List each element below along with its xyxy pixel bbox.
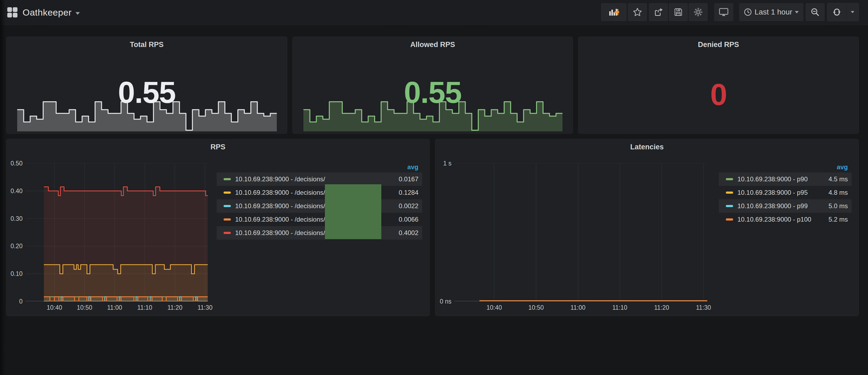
caret-down-icon [851, 11, 854, 13]
x-tick-label: 11:10 [612, 304, 627, 311]
x-tick-label: 10:40 [487, 304, 502, 311]
refresh-interval-dropdown[interactable] [846, 3, 859, 21]
x-tick-label: 11:30 [696, 304, 711, 311]
caret-down-icon [795, 11, 799, 13]
legend-header: avg [719, 162, 851, 173]
refresh-icon [832, 7, 841, 17]
legend-table: avg 10.10.69.238:9000 - p90 4.5 ms 10.10… [719, 162, 851, 226]
y-tick-label: 0.20 [6, 243, 23, 249]
navbar: Oathkeeper [0, 0, 868, 25]
y-tick-label: 0.50 [6, 160, 23, 166]
y-tick-label: 0 [6, 298, 23, 305]
legend-table: avg 10.10.69.238:9000 - /decisions/ 0.01… [217, 162, 422, 240]
panel-title[interactable]: Denied RPS [578, 40, 859, 49]
monitor-icon [719, 7, 728, 17]
share-button[interactable] [649, 3, 668, 21]
navbar-toolbar: Last 1 hour [601, 3, 859, 21]
time-picker-button[interactable]: Last 1 hour [739, 3, 803, 21]
series-area [44, 187, 208, 302]
series-color-swatch [224, 232, 231, 234]
series-color-swatch [726, 178, 733, 180]
gridlines [455, 163, 707, 302]
x-tick-label: 11:00 [570, 304, 586, 311]
zoom-out-button[interactable] [806, 3, 825, 21]
series-color-swatch [726, 218, 733, 221]
panel-denied-rps: Denied RPS 0 [578, 36, 859, 134]
legend-item[interactable]: 10.10.69.238:9000 - p90 4.5 ms [719, 173, 851, 186]
refresh-button-group [827, 3, 859, 21]
panel-title[interactable]: RPS [6, 143, 429, 151]
share-icon [654, 7, 663, 17]
legend-item[interactable]: 10.10.69.238:9000 - /decisions/ 0.1284 [217, 186, 422, 199]
panel-title[interactable]: Total RPS [6, 40, 287, 49]
legend-item[interactable]: 10.10.69.238:9000 - /decisions/ 0.0066 [217, 213, 422, 226]
dashboard-title: Oathkeeper [23, 7, 72, 18]
legend-item[interactable]: 10.10.69.238:9000 - p100 5.2 ms [719, 213, 851, 226]
stat-value: 0.55 [6, 77, 287, 108]
grid-icon [7, 7, 18, 18]
clock-icon [744, 8, 752, 16]
panel-title[interactable]: Allowed RPS [293, 40, 573, 49]
gear-icon [693, 7, 703, 17]
refresh-button[interactable] [828, 3, 846, 21]
y-axis: 00.100.200.300.400.50 [6, 163, 23, 302]
legend-item[interactable]: 10.10.69.238:9000 - /decisions/ 0.0167 [217, 173, 422, 186]
y-tick-label: 0.10 [6, 271, 23, 277]
x-tick-label: 10:50 [77, 304, 92, 311]
panel-title[interactable]: Latencies [435, 143, 859, 151]
time-range-label: Last 1 hour [754, 8, 792, 17]
add-panel-icon [609, 7, 619, 17]
x-tick-label: 11:10 [137, 304, 152, 311]
y-tick-label: 0 ns [435, 298, 452, 305]
x-tick-label: 10:50 [528, 304, 544, 311]
x-tick-label: 11:00 [107, 304, 122, 311]
star-icon [633, 7, 642, 17]
x-tick-label: 11:20 [167, 304, 183, 311]
dashboard-title-dropdown[interactable]: Oathkeeper [23, 7, 80, 18]
settings-button[interactable] [689, 3, 708, 21]
navbar-left: Oathkeeper [7, 7, 80, 18]
y-tick-label: 0.30 [6, 215, 23, 222]
x-axis: 10:4010:5011:0011:1011:2011:30 [455, 304, 707, 312]
legend-item[interactable]: 10.10.69.238:9000 - /decisions/ 0.0022 [217, 199, 422, 213]
series-color-swatch [726, 191, 733, 194]
legend-item[interactable]: 10.10.69.238:9000 - /decisions/ 0.4002 [217, 226, 422, 240]
x-tick-label: 11:20 [654, 304, 669, 311]
legend-avg-header[interactable]: avg [837, 163, 848, 171]
star-button[interactable] [628, 3, 647, 21]
panel-latencies-chart: Latencies 0 ns1 s 10:4010:5011:0011:1011… [435, 139, 859, 316]
y-tick-label: 0.40 [6, 188, 23, 194]
legend-item[interactable]: 10.10.69.238:9000 - p95 4.8 ms [719, 186, 851, 199]
x-tick-label: 10:40 [47, 304, 62, 311]
series-color-swatch [726, 205, 733, 207]
legend-header: avg [217, 162, 422, 173]
tv-mode-button[interactable] [714, 3, 733, 21]
panel-rps-chart: RPS 00.100.200.300.400.50 10:4010:5011:0… [6, 139, 430, 316]
panel-allowed-rps: Allowed RPS 0.55 [292, 36, 573, 134]
x-tick-label: 11:30 [197, 304, 213, 311]
x-axis: 10:4010:5011:0011:1011:2011:30 [26, 304, 208, 312]
add-panel-button[interactable] [601, 3, 626, 21]
latencies-chart-plot[interactable] [455, 163, 707, 302]
series-color-swatch [224, 218, 231, 221]
y-axis: 0 ns1 s [435, 163, 452, 302]
save-button[interactable] [669, 3, 688, 21]
rps-chart-plot[interactable] [26, 163, 208, 302]
caret-down-icon [75, 12, 80, 15]
stat-value: 0.55 [293, 77, 573, 108]
panel-total-rps: Total RPS 0.55 [6, 36, 287, 134]
save-icon [674, 7, 683, 17]
series-color-swatch [224, 205, 231, 207]
legend-item[interactable]: 10.10.69.238:9000 - p99 5.0 ms [719, 199, 851, 213]
dashboard-picker-button[interactable] [7, 7, 18, 18]
series-color-swatch [224, 178, 231, 180]
sidebar-edge [0, 0, 5, 375]
y-tick-label: 1 s [435, 160, 452, 166]
stat-value: 0 [578, 79, 859, 110]
green-overlay [325, 184, 381, 239]
zoom-out-icon [810, 7, 819, 17]
legend-avg-header[interactable]: avg [407, 163, 418, 171]
series-color-swatch [224, 191, 231, 194]
